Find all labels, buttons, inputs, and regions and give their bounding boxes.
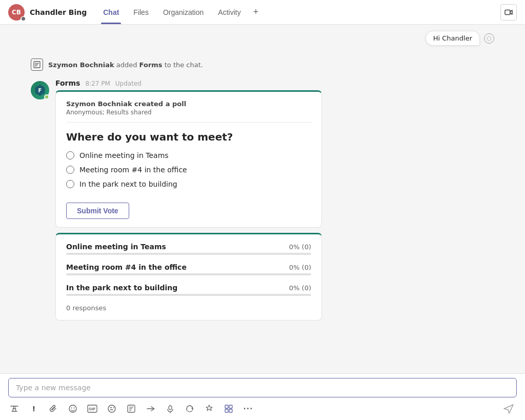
loop-icon[interactable] <box>184 403 196 415</box>
emoji-icon[interactable] <box>67 403 79 415</box>
poll-option-2[interactable]: Meeting room #4 in the office <box>66 166 311 174</box>
message-input-area: Type a new message ! GIF <box>0 373 525 420</box>
result-item-3: In the park next to building 0% (0) <box>66 284 311 296</box>
submit-vote-button[interactable]: Submit Vote <box>66 203 129 219</box>
send-scheduled-icon[interactable] <box>145 403 157 415</box>
result-label-2: Meeting room #4 in the office <box>66 263 187 271</box>
sender-name: Forms <box>55 79 80 87</box>
message-content: Forms 8:27 PM Updated Szymon Bochniak cr… <box>55 79 494 321</box>
message-status-icon: ○ <box>484 33 494 44</box>
system-text: Szymon Bochniak added Forms to the chat. <box>48 61 203 69</box>
system-app: Forms <box>139 61 163 69</box>
responses-count: 0 responses <box>66 304 311 312</box>
tab-activity[interactable]: Activity <box>212 0 247 24</box>
attach-icon[interactable] <box>47 403 59 415</box>
svg-rect-21 <box>225 409 228 412</box>
format-text-icon[interactable] <box>8 403 21 415</box>
forms-toolbar-icon[interactable] <box>125 403 137 415</box>
option-label-3: In the park next to building <box>79 180 177 188</box>
message-updated: Updated <box>115 80 142 87</box>
result-pct-3: 0% (0) <box>289 284 311 292</box>
sticker-icon[interactable] <box>106 403 118 415</box>
result-item-1: Online meeting in Teams 0% (0) <box>66 243 311 255</box>
option-label-2: Meeting room #4 in the office <box>79 166 187 174</box>
svg-point-7 <box>74 408 75 409</box>
system-message: Szymon Bochniak added Forms to the chat. <box>31 58 494 71</box>
forms-message-row: F Forms 8:27 PM Updated Szymon Bochniak … <box>31 79 494 321</box>
result-pct-1: 0% (0) <box>289 243 311 251</box>
user-avatar[interactable]: CB <box>8 4 25 21</box>
result-label-1: Online meeting in Teams <box>66 243 166 251</box>
chat-area: Hi Chandler ○ Szymon Bochniak added Form… <box>0 25 525 373</box>
message-meta: Forms 8:27 PM Updated <box>55 79 494 87</box>
tab-organization[interactable]: Organization <box>157 0 210 24</box>
svg-point-11 <box>113 407 114 408</box>
poll-creator: Szymon Bochniak created a poll <box>66 100 311 108</box>
more-options-icon[interactable]: ··· <box>242 403 254 415</box>
result-row-1: Online meeting in Teams 0% (0) <box>66 243 311 251</box>
forms-icon <box>31 58 43 71</box>
poll-card: Szymon Bochniak created a poll Anonymous… <box>55 90 322 228</box>
option-label-1: Online meeting in Teams <box>79 151 169 159</box>
tab-files[interactable]: Files <box>127 0 155 24</box>
poll-option-1[interactable]: Online meeting in Teams <box>66 151 311 159</box>
result-row-2: Meeting room #4 in the office 0% (0) <box>66 263 311 271</box>
gif-icon[interactable]: GIF <box>86 403 98 415</box>
results-inner: Online meeting in Teams 0% (0) Meeting r… <box>56 234 321 320</box>
add-tab-button[interactable]: + <box>249 0 263 24</box>
radio-option-2[interactable] <box>66 166 74 174</box>
video-call-button[interactable] <box>500 4 517 21</box>
poll-divider <box>66 122 311 123</box>
result-item-2: Meeting room #4 in the office 0% (0) <box>66 263 311 275</box>
praise-icon[interactable] <box>203 403 215 415</box>
bot-online-indicator <box>44 94 49 99</box>
bot-avatar: F <box>31 81 49 99</box>
result-bar-bg-1 <box>66 253 311 255</box>
results-card: Online meeting in Teams 0% (0) Meeting r… <box>55 233 322 321</box>
apps-icon[interactable] <box>223 403 235 415</box>
radio-option-1[interactable] <box>66 151 74 159</box>
message-input-placeholder[interactable]: Type a new message <box>8 378 517 397</box>
poll-inner: Szymon Bochniak created a poll Anonymous… <box>56 92 321 227</box>
poll-anonymous: Anonymous; Results shared <box>66 109 311 116</box>
hi-chandler-bubble: Hi Chandler ○ <box>426 31 494 46</box>
result-bar-bg-3 <box>66 294 311 296</box>
important-icon[interactable]: ! <box>28 403 40 415</box>
result-label-3: In the park next to building <box>66 284 177 292</box>
avatar-initials: CB <box>12 9 21 16</box>
svg-rect-22 <box>229 409 232 412</box>
send-message-button[interactable] <box>500 401 517 417</box>
nav-tabs: Chat Files Organization Activity + <box>97 0 262 24</box>
video-camera-icon <box>504 8 513 16</box>
hi-bubble-text: Hi Chandler <box>426 31 480 46</box>
toolbar-row: ! GIF <box>0 397 525 420</box>
radio-option-3[interactable] <box>66 180 74 188</box>
result-bar-bg-2 <box>66 273 311 275</box>
system-actor: Szymon Bochniak <box>48 61 114 69</box>
svg-point-16 <box>169 406 172 410</box>
avatar-status-badge <box>21 16 26 22</box>
result-pct-2: 0% (0) <box>289 264 311 271</box>
tab-chat[interactable]: Chat <box>97 0 125 24</box>
message-time: 8:27 PM <box>85 80 110 87</box>
poll-option-3[interactable]: In the park next to building <box>66 180 311 188</box>
svg-rect-20 <box>229 405 232 408</box>
user-name: Chandler Bing <box>30 8 87 16</box>
svg-rect-0 <box>505 10 510 14</box>
result-row-3: In the park next to building 0% (0) <box>66 284 311 292</box>
audio-message-icon[interactable] <box>164 403 176 415</box>
header: CB Chandler Bing Chat Files Organization… <box>0 0 525 25</box>
svg-text:GIF: GIF <box>89 407 95 411</box>
svg-point-6 <box>71 408 72 409</box>
header-right <box>500 4 517 21</box>
svg-point-10 <box>108 405 115 412</box>
svg-rect-19 <box>225 405 228 408</box>
bot-avatar-inner: F <box>34 85 46 96</box>
poll-question: Where do you want to meet? <box>66 131 311 143</box>
